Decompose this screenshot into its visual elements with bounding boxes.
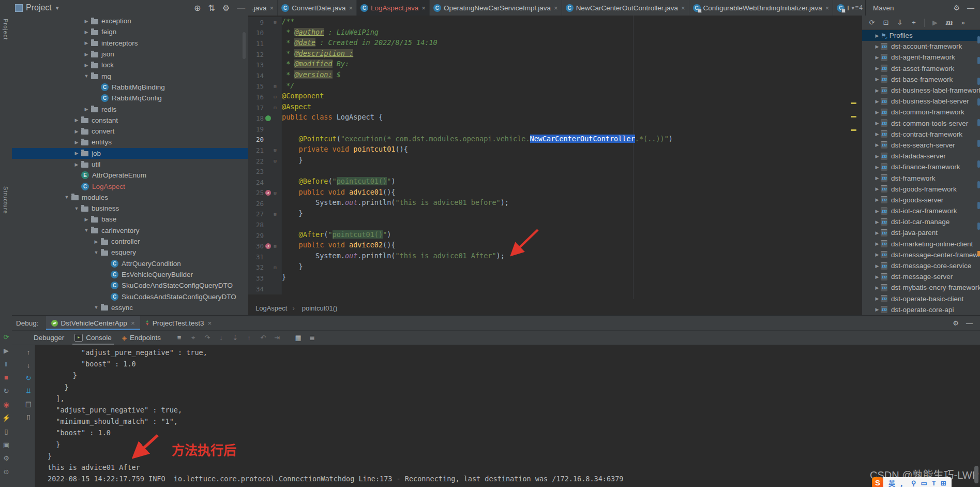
maven-project-item[interactable]: ▶mdst-finance-framework	[862, 161, 980, 172]
tree-item[interactable]: CLogAspect	[12, 181, 248, 191]
warning-stripe-mark[interactable]	[851, 102, 856, 104]
gutter-line[interactable]: 14	[248, 70, 281, 81]
tree-arrow-icon[interactable]: ▶	[873, 197, 881, 202]
gutter-line[interactable]: 33	[248, 273, 281, 284]
close-icon[interactable]: ×	[131, 319, 135, 327]
tree-arrow-icon[interactable]: ▶	[873, 175, 881, 181]
editor-tab[interactable]: CRequest	[833, 0, 849, 16]
maven-project-item[interactable]: ▶mdst-es-search-server	[862, 140, 980, 151]
maven-project-item[interactable]: ▶mdst-goods-framework	[862, 184, 980, 195]
drop-frame-icon[interactable]: ↶	[256, 334, 270, 342]
gutter-line[interactable]: 16⊟	[248, 92, 281, 102]
ime-icon[interactable]: ▭	[921, 479, 927, 487]
maven-project-item[interactable]: ▶mdst-framework	[862, 172, 980, 183]
collapse-all-icon[interactable]: ⇅	[208, 3, 215, 13]
tree-arrow-icon[interactable]: ▶	[82, 40, 91, 46]
tree-item[interactable]: ▶feign	[12, 26, 248, 37]
maven-project-item[interactable]: ▶mdst-message-core-service	[862, 260, 980, 271]
tree-item[interactable]: ▶interceptors	[12, 38, 248, 49]
tree-arrow-icon[interactable]: ▼	[92, 250, 101, 255]
hide-icon[interactable]: —	[237, 3, 245, 12]
close-icon[interactable]: ×	[270, 4, 274, 12]
step-over-icon[interactable]: ↷	[200, 334, 214, 342]
refresh-icon[interactable]: ⟳	[868, 19, 876, 26]
maven-scrollbar[interactable]	[977, 98, 980, 106]
maven-scrollbar[interactable]	[977, 119, 980, 126]
tree-item[interactable]: CRabbitMqConfig	[12, 93, 248, 104]
gutter-line[interactable]: 27⊟	[248, 209, 281, 220]
tree-item[interactable]: CAttrQueryCondition	[12, 258, 248, 269]
maven-project-item[interactable]: ▶mdst-fadada-server	[862, 151, 980, 161]
trash-icon[interactable]: ▯	[1, 424, 11, 438]
tree-arrow-icon[interactable]: ▶	[873, 307, 881, 312]
tree-arrow-icon[interactable]: ▶	[82, 29, 91, 35]
gutter-line[interactable]: 11	[248, 38, 281, 49]
tree-item[interactable]: ▶redis	[12, 104, 248, 114]
maven-scrollbar[interactable]	[977, 57, 980, 64]
tree-arrow-icon[interactable]: ▶	[92, 239, 101, 244]
gutter-line[interactable]: 21⊟	[248, 145, 281, 156]
tree-arrow-icon[interactable]: ▶	[82, 217, 91, 222]
fold-marker-icon[interactable]: ⊟	[272, 147, 278, 153]
pin-icon[interactable]: ⊙	[1, 465, 11, 478]
spring-bean-icon[interactable]	[265, 115, 271, 121]
view-breakpoints-icon[interactable]: ◉	[1, 397, 11, 411]
tree-item[interactable]: ▶convert	[12, 126, 248, 137]
mute-breakpoints-icon[interactable]: ⚡	[1, 411, 11, 424]
gutter-line[interactable]: 22⊟	[248, 156, 281, 167]
add-maven-project-icon[interactable]: +	[910, 19, 917, 26]
debug-console[interactable]: "adjust_pure_negative" : true, "boost" :…	[35, 345, 980, 487]
close-icon[interactable]: ×	[554, 4, 558, 12]
tree-arrow-icon[interactable]: ▶	[82, 19, 91, 24]
maven-project-item[interactable]: ▶mdst-mybatis-encry-framework	[862, 282, 980, 293]
stop-icon[interactable]: ■	[1, 371, 11, 384]
maven-project-item[interactable]: ▶mdst-goods-server	[862, 195, 980, 205]
advice-gutter-icon[interactable]: ↺	[264, 243, 272, 249]
download-sources-icon[interactable]: ⇩	[896, 19, 903, 26]
gutter-line[interactable]: 31	[248, 252, 281, 262]
tree-item[interactable]: ▼esquery	[12, 247, 248, 258]
tree-item[interactable]: ▶base	[12, 214, 248, 225]
editor-tab[interactable]: CConvertDate.java×	[278, 0, 357, 16]
tree-item[interactable]: ▼business	[12, 203, 248, 214]
tree-arrow-icon[interactable]: ▼	[92, 305, 101, 310]
fold-marker-icon[interactable]: ⊟	[272, 244, 278, 249]
maven-project-item[interactable]: ▶mdst-asset-framework	[862, 63, 980, 74]
tree-arrow-icon[interactable]: ▼	[82, 73, 91, 79]
gutter-line[interactable]: 30↺⊟	[248, 241, 281, 252]
evaluate-expression-icon[interactable]: ▦	[291, 334, 305, 342]
tree-item[interactable]: ▶controller	[12, 236, 248, 247]
close-icon[interactable]: ×	[207, 319, 212, 327]
maven-project-item[interactable]: ▶mdst-common-framework	[862, 107, 980, 117]
gutter-line[interactable]: 28	[248, 219, 281, 230]
maven-project-item[interactable]: ▶mdst-contract-framework	[862, 129, 980, 140]
editor-code-area[interactable]: /** * @author : LiuWeiPing * @date : Cre…	[282, 17, 852, 294]
ime-icon[interactable]: ⚲	[911, 479, 916, 487]
tree-item[interactable]: ▼mq	[12, 70, 248, 81]
gutter-line[interactable]: 15⊟	[248, 81, 281, 92]
tree-arrow-icon[interactable]: ▶	[873, 44, 881, 49]
close-icon[interactable]: ×	[825, 4, 830, 12]
force-step-into-icon[interactable]: ⇣	[228, 334, 242, 342]
maven-scrollbar[interactable]	[977, 202, 980, 209]
tree-arrow-icon[interactable]: ▶	[873, 33, 881, 38]
debug-view-tab-endpoints[interactable]: ◈Endpoints	[117, 331, 166, 345]
tree-arrow-icon[interactable]: ▶	[873, 274, 881, 279]
tree-item[interactable]: ▶util	[12, 159, 248, 170]
scroll-to-end-icon[interactable]: ⇊	[23, 385, 34, 397]
tree-arrow-icon[interactable]: ▶	[72, 151, 81, 156]
tree-item[interactable]: ▼essync	[12, 302, 248, 313]
stripe-tab-project[interactable]: Project	[3, 19, 9, 40]
tree-arrow-icon[interactable]: ▶	[72, 117, 81, 123]
ime-icon[interactable]: T	[932, 479, 936, 487]
tree-item[interactable]: CSkuCodeAndStateConfigQueryDTO	[12, 280, 248, 291]
maven-project-item[interactable]: ▶mdst-business-label-framework	[862, 85, 980, 96]
editor-tab[interactable]: CLogAspect.java×	[357, 0, 430, 16]
tree-arrow-icon[interactable]: ▶	[873, 110, 881, 115]
breadcrumb-class[interactable]: LogAspect	[255, 304, 287, 312]
editor-tab[interactable]: CNewCarCenterOutController.java×	[562, 0, 689, 16]
execute-goal-icon[interactable]: ▶	[931, 19, 939, 26]
chevron-down-icon[interactable]: ▼	[55, 5, 60, 11]
maven-project-item[interactable]: ▶mdst-message-server	[862, 271, 980, 282]
print-icon[interactable]: ▤	[23, 397, 34, 410]
